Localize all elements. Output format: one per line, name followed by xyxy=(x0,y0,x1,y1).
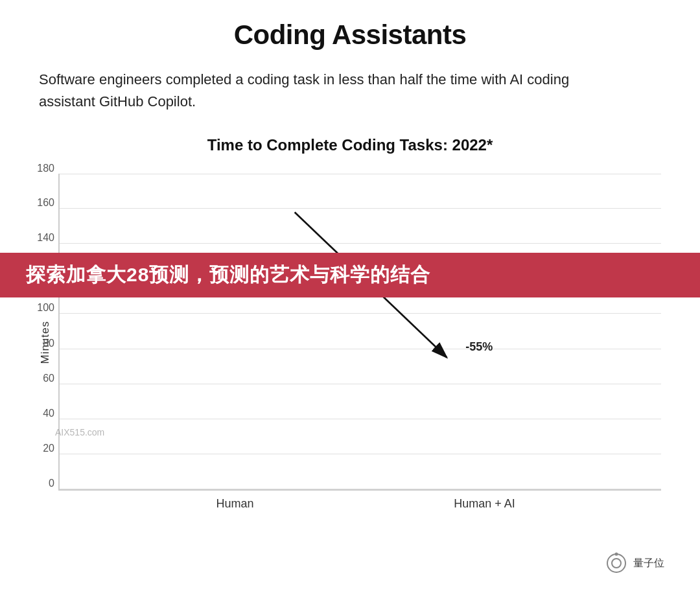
red-banner-text: 探索加拿大28预测，预测的艺术与科学的结合 xyxy=(26,262,430,288)
svg-point-4 xyxy=(615,553,618,556)
grid-label-160: 160 xyxy=(29,197,54,209)
x-label-human: Human xyxy=(193,497,277,511)
grid-label-0: 0 xyxy=(29,478,54,489)
grid-label-80: 80 xyxy=(29,338,54,349)
svg-point-3 xyxy=(612,559,621,568)
bars-container xyxy=(60,174,661,489)
page-title: Coding Assistants xyxy=(39,19,661,51)
grid-label-100: 100 xyxy=(29,302,54,314)
x-axis: Human Human + AI xyxy=(58,491,661,511)
page-container: Coding Assistants Software engineers com… xyxy=(0,0,700,593)
svg-point-2 xyxy=(607,554,625,572)
chart-title: Time to Complete Coding Tasks: 2022* xyxy=(39,136,661,154)
logo-icon xyxy=(605,552,628,575)
percent-label: -55% xyxy=(465,340,493,354)
red-banner: 探索加拿大28预测，预测的艺术与科学的结合 xyxy=(0,253,700,297)
grid-label-140: 140 xyxy=(29,232,54,244)
subtitle-text: Software engineers completed a coding ta… xyxy=(39,69,570,113)
x-label-human-ai: Human + AI xyxy=(443,497,527,511)
grid-label-180: 180 xyxy=(29,163,54,174)
watermark: AIX515.com xyxy=(55,427,104,437)
chart-inner: 180 160 140 120 100 80 60 xyxy=(58,174,661,511)
grid-label-40: 40 xyxy=(29,408,54,419)
grid-label-20: 20 xyxy=(29,443,54,454)
chart-plot-area: 180 160 140 120 100 80 60 xyxy=(58,174,661,491)
chart-area: Minutes 180 160 140 120 100 xyxy=(39,174,661,511)
grid-label-60: 60 xyxy=(29,373,54,384)
logo-text: 量子位 xyxy=(633,557,664,570)
bottom-logo: 量子位 xyxy=(605,552,664,575)
